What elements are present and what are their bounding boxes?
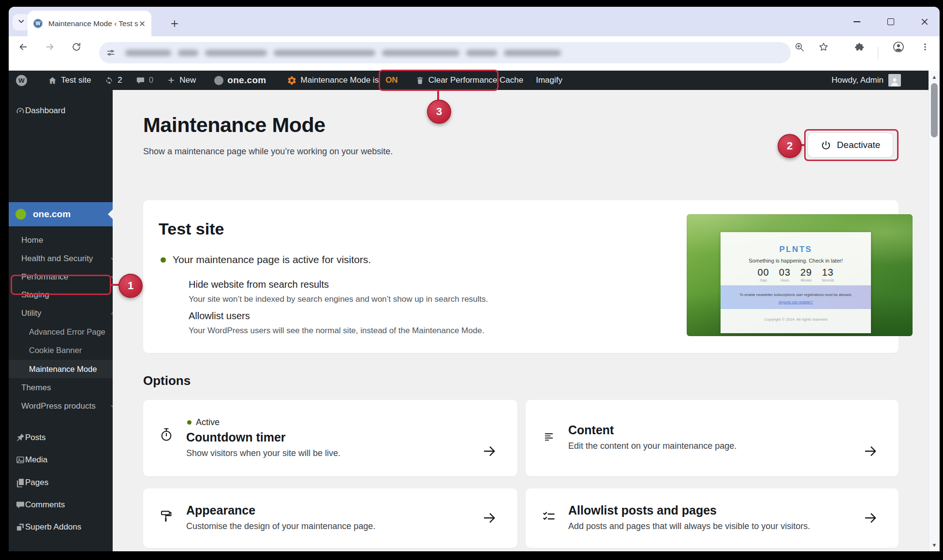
browser-toolbar <box>9 36 940 71</box>
media-icon <box>15 455 25 465</box>
browser-tab[interactable]: W Maintenance Mode ‹ Test site — <box>28 11 151 36</box>
new-tab-button[interactable] <box>167 16 182 31</box>
new-label: New <box>179 75 196 85</box>
url-text-blurred <box>125 50 561 56</box>
sidebar-item-posts[interactable]: Posts <box>9 428 129 447</box>
browser-window: W Maintenance Mode ‹ Test site — <box>9 7 940 551</box>
tab-close-icon[interactable] <box>138 19 147 28</box>
sidebar-item-label: Maintenance Mode <box>29 365 97 374</box>
comments-icon <box>15 500 25 510</box>
howdy-label: Howdy, Admin <box>832 75 884 85</box>
sidebar-item-label: Utility <box>21 309 42 318</box>
sidebar-item-label: one.com <box>33 209 71 220</box>
option-card-allowlist[interactable]: Allowlist posts and pages Add posts and … <box>526 488 899 548</box>
address-bar[interactable] <box>99 42 791 63</box>
bookmark-star-icon[interactable] <box>817 41 830 53</box>
dashboard-icon <box>15 106 25 116</box>
checklist-icon <box>542 509 556 524</box>
site-card-title: Test site <box>159 220 224 238</box>
status-green-dot <box>161 257 166 263</box>
admin-bar-imagify[interactable]: Imagify <box>531 71 567 90</box>
extensions-icon[interactable] <box>854 41 866 53</box>
svg-text:W: W <box>18 77 25 84</box>
status-text: Your maintenance page is active for visi… <box>173 254 371 265</box>
browser-menu-icon[interactable] <box>919 41 931 53</box>
pages-icon <box>15 478 25 487</box>
admin-bar-site-name[interactable]: Test site <box>43 71 96 90</box>
option-card-content[interactable]: Content Edit the content on your mainten… <box>526 400 899 476</box>
maintenance-page-preview: PLNTS Something is happening. Check in l… <box>687 214 913 336</box>
preview-message: Something is happening. Check in later! <box>721 258 871 264</box>
maintenance-status-label: Maintenance Mode is <box>301 75 379 85</box>
preview-panel: PLNTS Something is happening. Check in l… <box>721 232 871 333</box>
pin-icon <box>15 433 25 442</box>
sidebar-item-label: Health and Security <box>21 254 93 264</box>
toggle-description: Your WordPress users will see the normal… <box>189 326 484 336</box>
sidebar-item-superb-addons[interactable]: Superb Addons <box>9 518 129 536</box>
tab-title: Maintenance Mode ‹ Test site — <box>48 19 138 28</box>
close-button[interactable] <box>915 15 934 29</box>
back-icon[interactable] <box>17 41 29 53</box>
sidebar-item-label: Pages <box>25 478 48 487</box>
sidebar-item-onecom[interactable]: one.com <box>9 202 113 226</box>
onecom-green-icon <box>15 209 26 220</box>
updates-icon <box>104 76 114 85</box>
sidebar-item-health-and-security[interactable]: Health and Security <box>9 250 125 268</box>
admin-bar-onecom[interactable]: one.com <box>209 71 271 90</box>
sidebar-item-label: Dashboard <box>25 106 65 116</box>
imagify-label: Imagify <box>536 75 562 85</box>
sidebar-item-comments[interactable]: Comments <box>9 496 129 514</box>
option-card-appearance[interactable]: Appearance Customise the design of your … <box>143 488 517 548</box>
toolbar-divider <box>878 47 878 59</box>
admin-bar-comments[interactable]: 0 <box>131 71 158 90</box>
sidebar-item-appearance[interactable]: Appearance <box>9 547 129 551</box>
profile-avatar-icon[interactable] <box>892 41 905 53</box>
page-scrollbar[interactable]: ▲ ▼ <box>928 71 940 551</box>
sidebar-item-media[interactable]: Media <box>9 451 129 469</box>
option-card-title: Content <box>568 423 614 437</box>
site-info-icon[interactable] <box>106 48 116 58</box>
option-card-title: Allowlist posts and pages <box>568 503 717 517</box>
maximize-button[interactable] <box>881 15 900 29</box>
arrow-right-icon[interactable] <box>482 444 497 458</box>
sidebar-item-wordpress-products[interactable]: WordPress products <box>9 397 125 415</box>
scroll-down-icon[interactable]: ▼ <box>929 542 940 548</box>
sidebar-item-label: Advanced Error Page <box>29 327 105 337</box>
minimize-button[interactable] <box>847 15 867 29</box>
admin-bar-new[interactable]: New <box>162 71 201 90</box>
arrow-right-icon[interactable] <box>482 511 497 525</box>
wp-logo-menu[interactable]: W <box>9 71 32 90</box>
option-card-title: Countdown timer <box>186 430 286 444</box>
sidebar-item-dashboard[interactable]: Dashboard <box>9 102 129 120</box>
toggle-label: Allowlist users <box>189 310 250 322</box>
arrow-right-icon[interactable] <box>863 444 878 458</box>
wordpress-favicon: W <box>32 18 44 29</box>
scroll-up-icon[interactable]: ▲ <box>929 74 940 80</box>
sidebar-item-label: Posts <box>25 433 46 442</box>
sidebar-item-utility[interactable]: Utility <box>9 304 125 323</box>
scrollbar-thumb[interactable] <box>931 83 938 137</box>
zoom-icon[interactable] <box>793 41 806 53</box>
toggle-label: Hide website from search results <box>189 279 329 290</box>
option-card-description: Edit the content on your maintenance pag… <box>568 441 737 451</box>
toggle-description: Your site won’t be indexed by search eng… <box>189 295 488 304</box>
options-heading: Options <box>143 373 191 388</box>
admin-bar-account[interactable]: Howdy, Admin <box>832 71 901 90</box>
forward-icon[interactable] <box>44 41 56 53</box>
sidebar-item-pages[interactable]: Pages <box>9 473 129 492</box>
preview-notice-band: To enable newsletter subscriptions user … <box>721 285 871 309</box>
sidebar-item-home[interactable]: Home <box>9 231 125 250</box>
sidebar-item-themes[interactable]: Themes <box>9 379 125 397</box>
annotation-box-maintenance-mode <box>11 275 111 295</box>
active-green-dot <box>187 420 192 425</box>
arrow-right-icon[interactable] <box>863 511 878 525</box>
wordpress-logo-icon: W <box>15 74 28 87</box>
annotation-box-clear-cache <box>379 70 499 91</box>
sidebar-item-label: Themes <box>21 383 51 393</box>
updates-count: 2 <box>118 75 122 85</box>
admin-bar-updates[interactable]: 2 <box>100 71 127 90</box>
content-lines-icon <box>542 430 556 444</box>
option-card-countdown-timer[interactable]: Active Countdown timer Show visitors whe… <box>143 400 517 476</box>
reload-icon[interactable] <box>70 41 83 53</box>
plus-icon <box>167 76 176 85</box>
